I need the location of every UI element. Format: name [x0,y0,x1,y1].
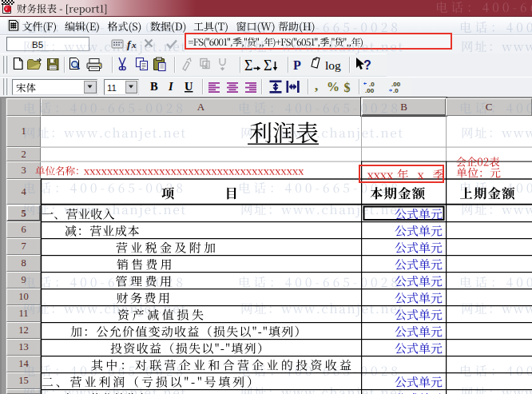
svg-text:.00: .00 [365,87,375,94]
svg-text:U: U [185,80,193,93]
svg-text:%: % [327,80,339,94]
svg-text:Σ: Σ [244,58,252,74]
svg-text:$: $ [344,81,351,94]
svg-text:P: P [293,58,301,72]
svg-text:11: 11 [107,83,117,93]
svg-text:Σ: Σ [264,58,272,74]
svg-text:B5: B5 [32,40,43,50]
svg-text:x: x [131,40,137,50]
svg-text:log: log [325,58,341,72]
svg-text:.0: .0 [393,87,399,94]
svg-text:,: , [315,78,318,94]
svg-text:I: I [168,80,174,93]
svg-text:?: ? [363,58,371,72]
svg-text:B: B [150,80,158,93]
